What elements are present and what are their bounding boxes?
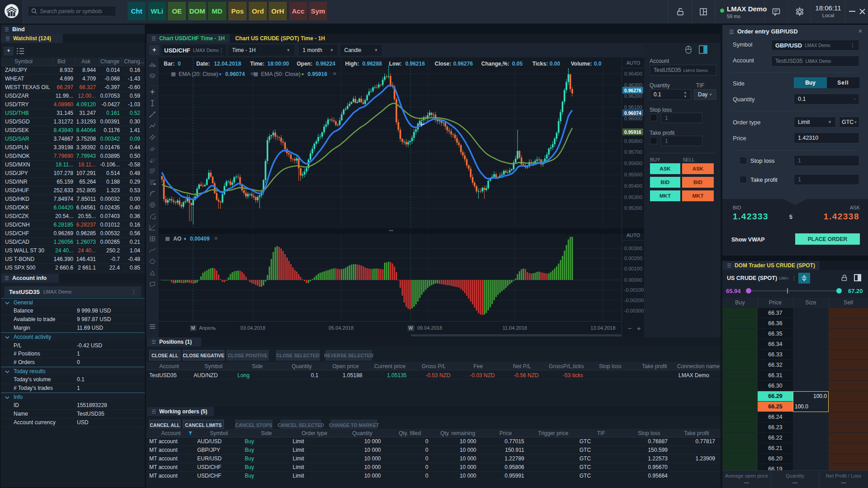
svg-text:•••: ••• (389, 228, 393, 233)
svg-text:05.04.2018: 05.04.2018 (328, 325, 353, 331)
svg-text:AUTO: AUTO (626, 60, 640, 66)
svg-text:0.95700: 0.95700 (624, 149, 642, 155)
svg-text:0.00000: 0.00000 (624, 277, 642, 283)
svg-text:0.96000: 0.96000 (624, 116, 642, 121)
svg-text:0.96276: 0.96276 (624, 88, 641, 93)
svg-text:0.95300: 0.95300 (624, 194, 642, 200)
svg-text:М: М (191, 326, 195, 331)
svg-text:AUTO: AUTO (626, 232, 640, 238)
svg-text:09.04.2018: 09.04.2018 (417, 325, 442, 331)
svg-text:0.00200: 0.00200 (624, 256, 642, 261)
svg-text:0.96100: 0.96100 (624, 104, 642, 110)
svg-text:0.95200: 0.95200 (624, 205, 642, 211)
svg-text:Апрель: Апрель (199, 325, 216, 331)
svg-text:0.00100: 0.00100 (624, 266, 642, 271)
svg-text:0.96400: 0.96400 (624, 71, 642, 76)
svg-text:-0.00300: -0.00300 (624, 308, 644, 313)
svg-text:11.04.2018: 11.04.2018 (503, 325, 527, 331)
svg-text:13.04.2018: 13.04.2018 (590, 325, 615, 331)
svg-text:0.96074: 0.96074 (624, 110, 641, 116)
svg-text:-0.00200: -0.00200 (624, 298, 644, 303)
svg-text:-0.00100: -0.00100 (624, 287, 644, 293)
svg-text:0.95600: 0.95600 (624, 161, 642, 166)
svg-text:0.96200: 0.96200 (624, 93, 642, 99)
svg-text:−: − (628, 324, 632, 332)
svg-text:0.95500: 0.95500 (624, 172, 642, 177)
svg-text:03.04.2018: 03.04.2018 (240, 325, 265, 331)
svg-text:0.95800: 0.95800 (624, 138, 642, 144)
svg-text:0.95400: 0.95400 (624, 183, 642, 189)
svg-text:0.00300: 0.00300 (624, 246, 642, 251)
svg-text:0.95916: 0.95916 (624, 129, 641, 135)
svg-text:W: W (408, 326, 413, 331)
svg-text:+: + (637, 324, 641, 332)
